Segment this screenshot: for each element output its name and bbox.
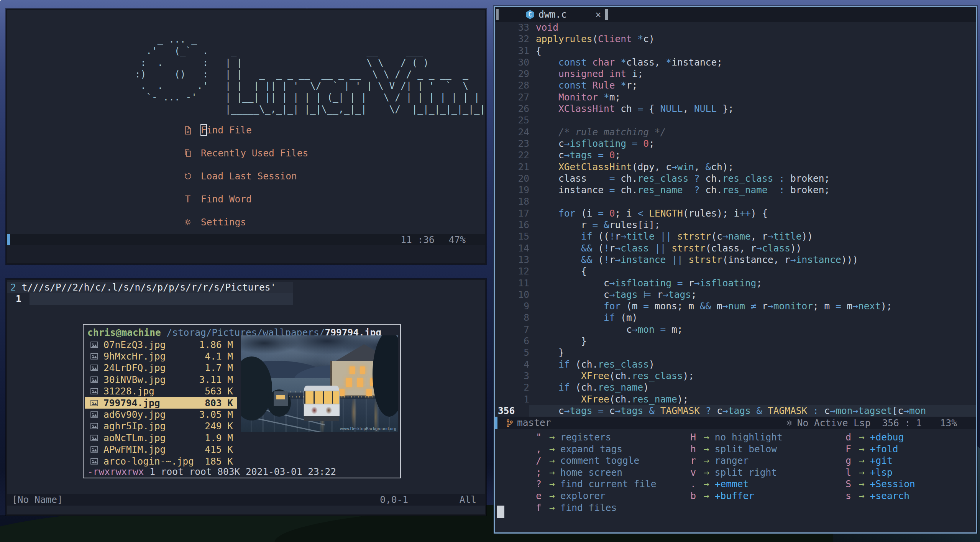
file-size: 803 K <box>205 397 233 409</box>
line-number: 17 <box>495 208 529 219</box>
image-icon <box>90 365 99 371</box>
buffer-text: t///s/P//2/h/c/.l/s/n/s/p/p/s/r/r/s/Pict… <box>16 282 276 293</box>
file-size: 185 K <box>205 456 233 467</box>
whichkey-label: +fold <box>870 443 898 455</box>
code-text: if (ch.res_class) <box>529 359 976 370</box>
whichkey-binding-buffer: b→+buffer <box>682 490 783 502</box>
image-icon <box>90 388 99 394</box>
arrow-right-icon: → <box>859 467 865 478</box>
arrow-right-icon: → <box>704 432 709 443</box>
file-row-arco-login-jpg[interactable]: arco-login-~.jpg185 K <box>85 455 237 467</box>
dashboard-command-line <box>7 245 485 263</box>
file-row-ad6v90y-jpg[interactable]: ad6v90y.jpg3.05 M <box>85 409 237 420</box>
code-text: instance = ch.res_name ? ch.res_name : b… <box>529 184 976 196</box>
whichkey-label: find files <box>560 502 617 513</box>
whichkey-key: r <box>682 455 696 467</box>
buffer-name: [No Name] <box>12 494 63 506</box>
file-row-07nezq3-jpg[interactable]: 07nEzQ3.jpg1.86 M <box>85 339 237 350</box>
line-number: 31 <box>495 45 529 57</box>
file-row-aonctlm-jpg[interactable]: aoNcTLm.jpg1.9 M <box>85 432 237 443</box>
image-icon <box>90 446 99 453</box>
file-row-799794-jpg[interactable]: 799794.jpg803 K <box>85 397 237 409</box>
whichkey-binding-split-below: h→split below <box>682 443 783 455</box>
code-text: if ((!r→title || strstr(c→name, r→title)… <box>529 231 976 242</box>
line-number: 28 <box>495 80 529 91</box>
whichkey-key: d <box>837 432 851 443</box>
line-number: 20 <box>495 173 529 184</box>
document-icon <box>182 125 194 135</box>
file-manager-popup: chris@machine /storag/Pictures/wallpaper… <box>83 324 401 478</box>
file-row-9hmxchr-jpg[interactable]: 9hMxcHr.jpg4.1 M <box>85 350 237 362</box>
code-line: 16 r = &rules[i]; <box>495 219 976 231</box>
whichkey-key: ; <box>528 467 542 479</box>
file-size: 249 K <box>205 420 233 432</box>
code-line: 24 /* rule matching */ <box>495 126 976 138</box>
menu-item-recently-used-files[interactable]: Recently Used Files <box>182 148 308 171</box>
code-text: c→tags = c→tags & TAGMASK ? c→tags & TAG… <box>529 405 976 417</box>
menu-item-find-file[interactable]: Find File <box>182 125 308 148</box>
whichkey-binding-explorer: e→explorer <box>528 490 657 502</box>
close-icon[interactable]: × <box>595 9 601 20</box>
code-text: XFree(ch.res_class); <box>529 370 976 382</box>
whichkey-binding-lsp: l→+lsp <box>837 467 915 479</box>
file-row-apwfmim-jpg[interactable]: APwFMIM.jpg415 K <box>85 444 237 455</box>
file-name: 31228.jpg <box>103 386 205 397</box>
line-number: 22 <box>495 149 529 161</box>
whichkey-key: / <box>528 455 542 467</box>
code-line-current: 356 c→tags = c→tags & TAGMASK ? c→tags &… <box>495 405 976 417</box>
file-name: APwFMIM.jpg <box>103 444 205 455</box>
line-number: 4 <box>495 359 529 370</box>
code-line: 31{ <box>495 45 976 57</box>
whichkey-label: +buffer <box>715 490 754 501</box>
whichkey-key: s <box>837 490 851 502</box>
line-number: 25 <box>495 115 529 126</box>
code-text: XFree(ch.res_name); <box>529 394 976 405</box>
line-number: 13 <box>495 254 529 266</box>
preview-cable-car <box>304 386 340 421</box>
file-row-30invbw-jpg[interactable]: 30iNVBw.jpg3.11 M <box>85 374 237 385</box>
whichkey-label: registers <box>560 432 611 443</box>
whichkey-binding-expand-tags: ,→expand tags <box>528 443 657 455</box>
file-row-31228-jpg[interactable]: 31228.jpg563 K <box>85 386 237 397</box>
tab-dwm-c[interactable]: C dwm.c × <box>499 7 605 22</box>
code-text: c→mon = m; <box>529 324 976 335</box>
code-text: if (m) <box>529 312 976 324</box>
menu-item-find-word[interactable]: TFind Word <box>182 194 308 217</box>
menu-item-load-last-session[interactable]: Load Last Session <box>182 171 308 194</box>
arrow-right-icon: → <box>549 455 555 466</box>
line-number: 30 <box>495 57 529 68</box>
file-row-24lrdfq-jpg[interactable]: 24LrDFQ.jpg1.7 M <box>85 362 237 374</box>
code-text: /* rule matching */ <box>529 126 976 138</box>
image-icon <box>90 423 99 429</box>
gear-icon <box>182 217 194 227</box>
code-line: 11 c→isfloating = r→isfloating; <box>495 278 976 289</box>
code-line: 13 && (!r→instance || strstr(instance, r… <box>495 254 976 266</box>
line-number: 32 <box>495 33 529 45</box>
whichkey-label: +debug <box>870 432 904 443</box>
whichkey-label: ranger <box>715 455 749 466</box>
window-code-editor: C dwm.c × 33void32applyrules(Client *c)3… <box>494 6 977 534</box>
code-text: XGetClassHint(dpy, c→win, &ch); <box>529 161 976 173</box>
block-cursor: F <box>201 125 207 136</box>
whichkey-binding-home-screen: ;→home screen <box>528 467 657 479</box>
code-line: 8 if (m) <box>495 312 976 324</box>
code-text: const Rule *r; <box>529 80 976 91</box>
arrow-right-icon: → <box>549 478 555 489</box>
window-file-browser: 2 t///s/P//2/h/c/.l/s/n/s/p/p/s/r/r/s/Pi… <box>6 279 486 516</box>
arrow-right-icon: → <box>549 467 555 478</box>
file-size: 3.11 M <box>199 374 233 385</box>
code-line: 12 { <box>495 266 976 277</box>
line-number: 14 <box>495 243 529 254</box>
scroll-percent: 13% <box>940 417 957 429</box>
file-row-aghr5ip-jpg[interactable]: aghr5Ip.jpg249 K <box>85 420 237 432</box>
line-number: 6 <box>495 335 529 347</box>
image-icon <box>90 353 99 360</box>
tab-title: dwm.c <box>538 9 567 20</box>
whichkey-label: explorer <box>560 490 606 501</box>
line-number: 21 <box>495 161 529 173</box>
code-line: 2 if (ch.res_name) <box>495 382 976 393</box>
file-size: 1.86 M <box>199 339 233 350</box>
whichkey-key: h <box>682 443 696 455</box>
line-number: 3 <box>495 370 529 382</box>
code-area[interactable]: 33void32applyrules(Client *c)31{30 const… <box>495 22 976 417</box>
